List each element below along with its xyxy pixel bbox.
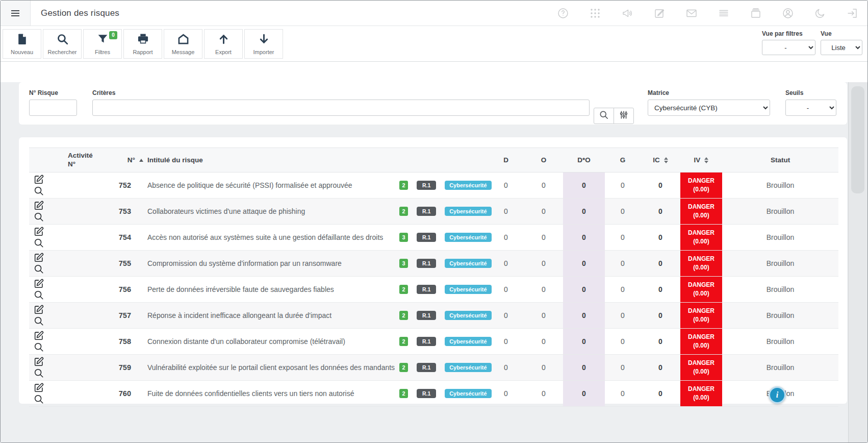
sort-icon: [704, 157, 708, 163]
report-button[interactable]: Rapport: [123, 29, 162, 59]
edit-icon[interactable]: [33, 200, 44, 211]
table-row[interactable]: 759 Vulnérabilité exploitée sur le porta…: [29, 355, 838, 381]
mail-icon[interactable]: [685, 7, 698, 19]
edit-icon[interactable]: [33, 330, 44, 341]
info-button[interactable]: i: [769, 386, 786, 404]
envelope-icon: [177, 33, 190, 47]
row-activity-cell: [62, 303, 110, 329]
danger-badge: DANGER (0.00): [680, 329, 722, 354]
reference-badge: R.1: [417, 363, 436, 372]
row-activity-cell: [62, 199, 110, 225]
content-area: N° Risque Critères Matrice Cybersécurité…: [1, 82, 867, 443]
archive-icon[interactable]: [750, 7, 762, 19]
export-button[interactable]: Export: [204, 29, 243, 59]
export-button-label: Export: [215, 49, 232, 55]
row-actions-cell: [29, 355, 62, 381]
row-dxo-value: 0: [563, 381, 605, 407]
row-risk-title: Réponse à incident inefficace allongeant…: [143, 303, 396, 329]
matrix-select[interactable]: Cybersécurité (CYB): [648, 100, 770, 116]
page-title: Gestion des risques: [41, 8, 119, 18]
view-search-icon[interactable]: [33, 393, 44, 405]
table-row[interactable]: 753 Collaborateurs victimes d'une attaqu…: [29, 199, 838, 225]
table-row[interactable]: 752 Absence de politique de sécurité (PS…: [29, 173, 838, 199]
row-risk-title: Connexion distante d'un collaborateur co…: [143, 329, 396, 355]
view-search-icon[interactable]: [33, 289, 44, 301]
table-row[interactable]: 760 Fuite de données confidentielles cli…: [29, 381, 838, 407]
apps-grid-icon[interactable]: [589, 7, 601, 19]
thresholds-select[interactable]: -: [785, 100, 836, 116]
row-ic-value: 0: [641, 225, 680, 251]
rows-icon[interactable]: [718, 7, 730, 19]
view-search-icon[interactable]: [33, 263, 44, 275]
new-button[interactable]: Nouveau: [3, 29, 41, 59]
edit-icon[interactable]: [33, 304, 44, 315]
edit-icon[interactable]: [33, 226, 44, 237]
edit-icon[interactable]: [33, 174, 44, 185]
edit-icon[interactable]: [33, 382, 44, 393]
danger-value: (0.00): [693, 185, 709, 194]
row-g-value: 0: [605, 225, 641, 251]
edit-icon[interactable]: [33, 356, 44, 367]
danger-value: (0.00): [693, 315, 709, 324]
message-button[interactable]: Message: [164, 29, 202, 59]
column-header-dxo: D*O: [563, 148, 605, 173]
danger-label: DANGER: [688, 229, 714, 237]
table-row[interactable]: 756 Perte de données irréversible faute …: [29, 277, 838, 303]
table-row[interactable]: 758 Connexion distante d'un collaborateu…: [29, 329, 838, 355]
row-number: 757: [110, 303, 143, 329]
row-activity-cell: [62, 173, 110, 199]
row-o-value: 0: [524, 355, 563, 381]
column-header-number[interactable]: N°: [110, 148, 143, 173]
import-button[interactable]: Importer: [244, 29, 283, 59]
announcements-icon[interactable]: [621, 7, 633, 19]
reference-badge: R.1: [417, 337, 436, 346]
criteria-advanced-button[interactable]: [614, 108, 634, 124]
criteria-input[interactable]: [92, 100, 590, 116]
edit-icon[interactable]: [33, 252, 44, 263]
view-search-icon[interactable]: [33, 341, 44, 353]
user-profile-icon[interactable]: [782, 7, 794, 19]
row-badges: 2 R.1 Cybersécurité: [396, 381, 488, 407]
table-row[interactable]: 755 Compromission du système d'informati…: [29, 251, 838, 277]
row-risk-title: Perte de données irréversible faute de s…: [143, 277, 396, 303]
criteria-search-button[interactable]: [594, 108, 614, 124]
view-search-icon[interactable]: [33, 185, 44, 196]
row-ic-value: 0: [641, 303, 680, 329]
edit-icon[interactable]: [33, 278, 44, 289]
row-activity-cell: [62, 277, 110, 303]
logout-icon[interactable]: [846, 7, 858, 19]
column-header-ic[interactable]: IC: [641, 148, 680, 173]
row-status: Brouillon: [722, 329, 838, 355]
scrollbar-thumb[interactable]: [851, 86, 864, 193]
row-ic-value: 0: [641, 355, 680, 381]
table-row[interactable]: 757 Réponse à incident inefficace allong…: [29, 303, 838, 329]
row-status: Brouillon: [722, 277, 838, 303]
view-search-icon[interactable]: [33, 367, 44, 379]
danger-label: DANGER: [688, 203, 714, 211]
category-badge: Cybersécurité: [445, 285, 491, 294]
view-search-icon[interactable]: [33, 211, 44, 223]
row-iv-cell: DANGER (0.00): [680, 355, 722, 381]
search-button[interactable]: Rechercher: [43, 29, 82, 59]
vertical-scrollbar[interactable]: [848, 82, 867, 443]
dark-mode-icon[interactable]: [814, 7, 826, 19]
view-search-icon[interactable]: [33, 237, 44, 249]
sort-icon: [664, 157, 668, 163]
view-select[interactable]: Liste: [821, 40, 862, 55]
filters-button[interactable]: 0 Filtres: [83, 29, 122, 59]
row-activity-cell: [62, 225, 110, 251]
row-status: Brouillon: [722, 303, 838, 329]
help-icon[interactable]: [557, 7, 569, 19]
view-by-filters-select[interactable]: -: [762, 40, 815, 55]
view-search-icon[interactable]: [33, 315, 44, 327]
category-badge: Cybersécurité: [445, 207, 491, 216]
menu-button[interactable]: [1, 1, 31, 26]
risk-number-input[interactable]: [29, 100, 77, 116]
column-header-g: G: [605, 148, 641, 173]
row-g-value: 0: [605, 173, 641, 199]
column-header-iv[interactable]: IV: [680, 148, 722, 173]
compose-icon[interactable]: [653, 7, 666, 19]
table-row[interactable]: 754 Accès non autorisé aux systèmes suit…: [29, 225, 838, 251]
matrix-group: Matrice Cybersécurité (CYB): [648, 89, 770, 125]
reference-badge: R.1: [417, 207, 436, 216]
